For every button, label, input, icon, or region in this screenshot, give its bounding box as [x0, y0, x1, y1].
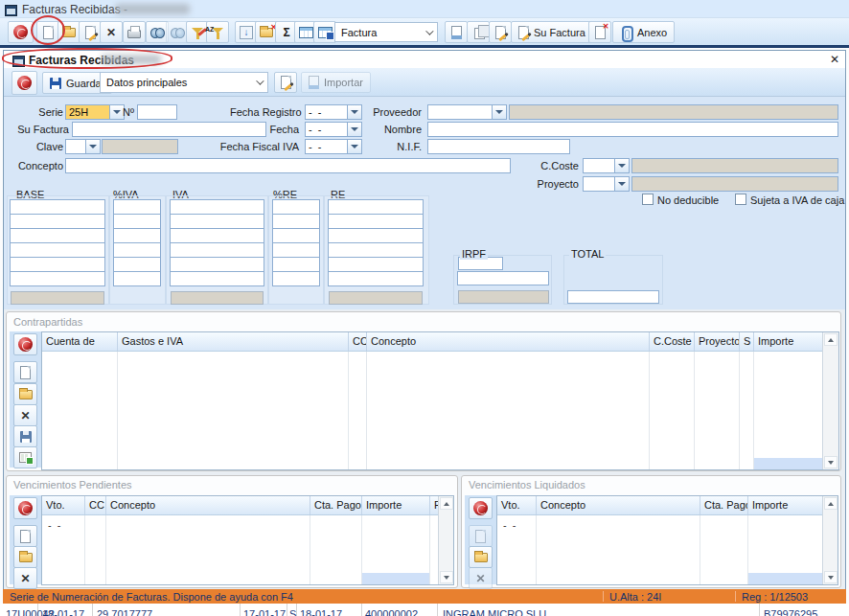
column-header[interactable]: C.Coste: [650, 332, 695, 351]
column-header[interactable]: Concepto: [367, 332, 650, 351]
no-deducible-checkbox[interactable]: [642, 194, 654, 205]
pre-input[interactable]: [272, 214, 320, 229]
piva-input[interactable]: [113, 242, 161, 258]
pre-input[interactable]: [272, 242, 320, 258]
iva-input[interactable]: [170, 242, 264, 258]
vl-grid-body[interactable]: - -: [497, 515, 822, 584]
column-header[interactable]: F: [430, 496, 438, 514]
iva-input[interactable]: [170, 199, 264, 215]
combo-arrow-icon[interactable]: [85, 140, 100, 153]
scroll-down-icon[interactable]: [824, 571, 838, 583]
piva-input[interactable]: [113, 199, 161, 215]
vp-scrollbar[interactable]: [438, 496, 453, 584]
pre-input[interactable]: [272, 199, 320, 215]
vl-new-row-button[interactable]: [469, 525, 493, 547]
proyecto-combo[interactable]: [583, 176, 630, 192]
nif-input[interactable]: [427, 139, 570, 154]
base-input[interactable]: [10, 228, 105, 243]
column-header[interactable]: Cuenta de: [42, 332, 118, 351]
fecha-registro-combo[interactable]: - -: [305, 104, 362, 120]
vp-grid-body[interactable]: - -: [42, 515, 438, 584]
scroll-up-icon[interactable]: [824, 333, 838, 346]
cp-open-button[interactable]: [13, 383, 37, 405]
re-input[interactable]: [328, 242, 424, 258]
view-combo[interactable]: Datos principales: [100, 72, 268, 93]
base-input[interactable]: [10, 257, 105, 272]
combo-arrow-icon[interactable]: [347, 105, 361, 119]
column-header[interactable]: Cta. Pago: [310, 496, 362, 514]
piva-input[interactable]: [113, 257, 161, 272]
cp-new-row-button[interactable]: [13, 361, 37, 383]
column-header[interactable]: S: [740, 332, 754, 351]
cp-exit-button[interactable]: [13, 333, 37, 355]
irpf-base-input[interactable]: [457, 271, 549, 285]
cp-delete-row-button[interactable]: [13, 404, 37, 426]
vl-delete-row-button[interactable]: [469, 567, 493, 589]
proveedor-combo[interactable]: [427, 104, 507, 120]
serie-combo[interactable]: 25H: [65, 104, 125, 120]
column-header[interactable]: Importe: [362, 496, 430, 514]
base-input[interactable]: [10, 199, 105, 215]
importar-button[interactable]: Importar: [301, 72, 371, 93]
fecha-fiscal-iva-combo[interactable]: - -: [305, 139, 362, 154]
iva-input[interactable]: [170, 271, 264, 286]
exit-button[interactable]: [8, 21, 34, 43]
column-header[interactable]: Vto.: [42, 496, 85, 514]
delete-button[interactable]: [100, 21, 123, 43]
base-input[interactable]: [10, 242, 105, 258]
re-input[interactable]: [328, 214, 424, 229]
vl-open-button[interactable]: [469, 546, 493, 568]
grid-save-button[interactable]: [313, 21, 336, 43]
cp-scrollbar[interactable]: [822, 332, 838, 469]
combo-arrow-icon[interactable]: [492, 105, 506, 119]
re-input[interactable]: [328, 199, 424, 215]
document-type-combo[interactable]: Factura: [334, 22, 438, 42]
iva-input[interactable]: [170, 214, 264, 229]
iva-input[interactable]: [170, 257, 264, 272]
vp-new-row-button[interactable]: [13, 525, 37, 547]
re-input[interactable]: [328, 271, 424, 286]
new-invoice-button[interactable]: [36, 21, 59, 43]
quick-edit-button[interactable]: [489, 21, 512, 43]
piva-input[interactable]: [113, 228, 161, 243]
iva-input[interactable]: [170, 228, 264, 243]
fecha-combo[interactable]: - -: [305, 122, 362, 137]
column-header[interactable]: Concepto: [106, 496, 310, 514]
form-exit-button[interactable]: [11, 71, 37, 95]
nombre-input[interactable]: [427, 122, 838, 137]
edit-button[interactable]: [79, 21, 102, 43]
cp-export-button[interactable]: [13, 446, 37, 468]
column-header[interactable]: CC: [349, 332, 367, 351]
concepto-input[interactable]: [65, 158, 511, 173]
clave-combo[interactable]: [65, 139, 101, 154]
su-factura-button[interactable]: Su Factura: [511, 21, 593, 43]
column-header[interactable]: Cta. Pago: [700, 496, 748, 514]
combo-arrow-icon[interactable]: [347, 140, 361, 153]
piva-input[interactable]: [113, 271, 161, 286]
unlink-button[interactable]: [588, 21, 611, 43]
cp-save-button[interactable]: [13, 425, 37, 447]
edit-notes-button[interactable]: [274, 72, 297, 93]
open-button[interactable]: [57, 21, 80, 43]
total-input[interactable]: [567, 290, 659, 304]
piva-input[interactable]: [113, 214, 161, 229]
vp-delete-row-button[interactable]: [13, 567, 37, 589]
combo-arrow-icon[interactable]: [614, 177, 629, 191]
column-header[interactable]: CC: [85, 496, 106, 514]
su-factura-input[interactable]: [72, 122, 266, 137]
anexo-button[interactable]: Anexo: [612, 21, 675, 43]
vp-exit-button[interactable]: [13, 497, 37, 519]
column-header[interactable]: Vto.: [497, 496, 537, 514]
copies-button[interactable]: [467, 21, 490, 43]
numero-input[interactable]: [137, 104, 177, 120]
vp-open-button[interactable]: [13, 546, 37, 568]
combo-arrow-icon[interactable]: [614, 159, 629, 172]
column-header[interactable]: Gastos e IVA: [118, 332, 349, 351]
print-button[interactable]: [123, 21, 146, 43]
sort-filter-button[interactable]: [206, 21, 229, 43]
pre-input[interactable]: [272, 228, 320, 243]
sujeta-iva-caja-checkbox[interactable]: [735, 194, 746, 205]
view-document-button[interactable]: [445, 21, 468, 43]
vl-scrollbar[interactable]: [822, 496, 838, 584]
re-input[interactable]: [328, 257, 424, 272]
